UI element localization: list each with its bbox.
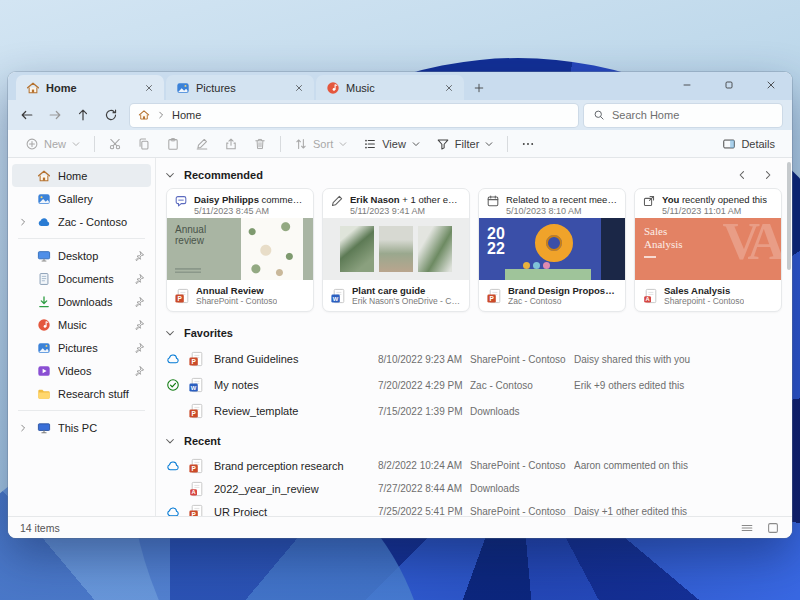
tab-bar: Home Pictures Music xyxy=(8,72,792,100)
pictures-icon xyxy=(176,81,190,95)
breadcrumb-item-home[interactable]: Home xyxy=(172,109,201,121)
scrollbar[interactable] xyxy=(786,160,791,514)
share-button[interactable] xyxy=(217,132,245,156)
section-title: Recent xyxy=(184,435,221,447)
recommended-card-plant-care-guide[interactable]: Erik Nason + 1 other edited this 5/11/20… xyxy=(322,188,470,312)
file-date: 7/20/2022 4:29 PM xyxy=(378,380,470,391)
recommended-card-annual-review[interactable]: Daisy Philipps commented on… 5/11/2023 8… xyxy=(166,188,314,312)
pencil-icon xyxy=(330,194,344,208)
recommended-card-sales-analysis[interactable]: You recently opened this 5/11/2023 11:01… xyxy=(634,188,782,312)
refresh-button[interactable] xyxy=(98,103,124,127)
sidebar-item-videos[interactable]: Videos xyxy=(12,359,151,382)
chevron-right-icon[interactable] xyxy=(18,217,28,227)
card-file-location: Sharepoint - Contoso xyxy=(664,296,744,306)
tab-label: Home xyxy=(46,82,134,94)
thumbnail-watermark-text: VA xyxy=(723,218,779,271)
details-pane-button[interactable]: Details xyxy=(715,132,782,156)
sidebar-item-pictures[interactable]: Pictures xyxy=(12,336,151,359)
details-view-toggle-icon[interactable] xyxy=(740,521,754,535)
toolbar-separator xyxy=(507,136,508,152)
sidebar-item-home[interactable]: Home xyxy=(12,164,151,187)
collapse-chevron-icon[interactable] xyxy=(164,435,176,447)
sidebar-item-gallery[interactable]: Gallery xyxy=(12,187,151,210)
tab-close-button[interactable] xyxy=(290,79,308,97)
up-button[interactable] xyxy=(70,103,96,127)
downloads-icon xyxy=(37,295,51,309)
chevron-right-icon[interactable] xyxy=(18,423,28,433)
favorites-section-header: Favorites xyxy=(164,322,782,344)
sidebar-item-label: Documents xyxy=(58,273,126,285)
view-button[interactable]: View xyxy=(356,132,428,156)
tab-close-button[interactable] xyxy=(440,79,458,97)
tab-close-button[interactable] xyxy=(140,79,158,97)
thumbnail-title-text: Sales Analysis xyxy=(644,225,683,251)
sidebar-item-desktop[interactable]: Desktop xyxy=(12,244,151,267)
file-row-2022-year-in-review[interactable]: 2022_year_in_review 7/27/2022 8:44 AM Do… xyxy=(166,477,782,500)
sidebar-item-label: Zac - Contoso xyxy=(58,216,145,228)
section-title: Recommended xyxy=(184,169,263,181)
scrollbar-thumb[interactable] xyxy=(787,162,791,270)
new-button[interactable]: New xyxy=(18,132,88,156)
card-file-title: Plant care guide xyxy=(352,285,462,296)
sidebar-item-label: This PC xyxy=(58,422,145,434)
pdf-file-icon xyxy=(188,481,204,497)
file-row-brand-perception-research[interactable]: Brand perception research 8/2/2022 10:24… xyxy=(166,454,782,477)
pin-icon xyxy=(133,319,145,331)
sidebar-item-documents[interactable]: Documents xyxy=(12,267,151,290)
sidebar-item-research-stuff[interactable]: Research stuff xyxy=(12,382,151,405)
collapse-chevron-icon[interactable] xyxy=(164,169,176,181)
cut-button[interactable] xyxy=(101,132,129,156)
new-tab-button[interactable] xyxy=(466,75,492,100)
rename-button[interactable] xyxy=(188,132,216,156)
sidebar-item-onedrive-zac-contoso[interactable]: Zac - Contoso xyxy=(12,210,151,233)
file-row-ur-project[interactable]: UR Project 7/25/2022 5:41 PM SharePoint … xyxy=(166,500,782,516)
plus-icon xyxy=(473,82,485,94)
tab-music[interactable]: Music xyxy=(316,75,464,100)
new-button-label: New xyxy=(44,138,66,150)
card-file-location: Zac - Contoso xyxy=(508,296,618,306)
share-icon xyxy=(224,137,238,151)
recommended-card-brand-design-proposal[interactable]: Related to a recent meeting 5/10/2023 8:… xyxy=(478,188,626,312)
search-input[interactable]: Search Home xyxy=(584,104,782,127)
large-icons-view-toggle-icon[interactable] xyxy=(766,521,780,535)
sidebar-item-music[interactable]: Music xyxy=(12,313,151,336)
paste-button[interactable] xyxy=(159,132,187,156)
file-row-review-template[interactable]: Review_template 7/15/2022 1:39 PM Downlo… xyxy=(166,398,782,424)
file-date: 7/25/2022 5:41 PM xyxy=(378,506,470,516)
desktop-wallpaper: Home Pictures Music xyxy=(0,0,800,600)
copy-button[interactable] xyxy=(130,132,158,156)
forward-button[interactable] xyxy=(42,103,68,127)
more-options-button[interactable] xyxy=(514,132,542,156)
activity-text: commented on… xyxy=(259,194,306,205)
home-icon xyxy=(37,169,51,183)
file-row-brand-guidelines[interactable]: Brand Guidelines 8/10/2022 9:23 AM Share… xyxy=(166,346,782,372)
comment-icon xyxy=(174,194,188,208)
toolbar-separator xyxy=(94,136,95,152)
sidebar-item-this-pc[interactable]: This PC xyxy=(12,416,151,439)
chevron-down-icon xyxy=(484,139,494,149)
chevron-down-icon xyxy=(411,139,421,149)
back-button[interactable] xyxy=(14,103,40,127)
tab-pictures[interactable]: Pictures xyxy=(166,75,314,100)
carousel-prev-icon[interactable] xyxy=(736,169,748,181)
thumbnail-accent-bar xyxy=(644,256,656,258)
carousel-next-icon[interactable] xyxy=(762,169,774,181)
sidebar-item-downloads[interactable]: Downloads xyxy=(12,290,151,313)
chevron-down-icon xyxy=(71,139,81,149)
sort-button[interactable]: Sort xyxy=(287,132,355,156)
collapse-chevron-icon[interactable] xyxy=(164,327,176,339)
file-row-my-notes[interactable]: My notes 7/20/2022 4:29 PM Zac - Contoso… xyxy=(166,372,782,398)
maximize-button[interactable] xyxy=(708,72,750,98)
view-button-label: View xyxy=(382,138,406,150)
filter-button[interactable]: Filter xyxy=(429,132,501,156)
maximize-icon xyxy=(723,79,735,91)
minimize-button[interactable] xyxy=(666,72,708,98)
close-icon xyxy=(144,83,154,93)
recently-opened-icon xyxy=(642,194,656,208)
tab-home[interactable]: Home xyxy=(16,75,164,100)
file-name: Brand Guidelines xyxy=(214,353,378,365)
breadcrumb[interactable]: Home xyxy=(130,104,578,127)
delete-button[interactable] xyxy=(246,132,274,156)
close-window-button[interactable] xyxy=(750,72,792,98)
activity-date: 5/11/2023 9:41 AM xyxy=(350,206,462,216)
